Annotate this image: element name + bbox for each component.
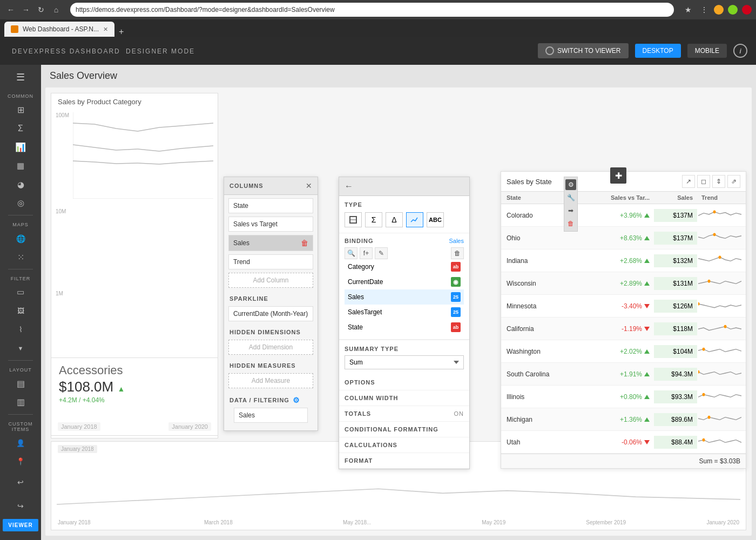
desktop-button[interactable]: DESKTOP <box>635 44 681 58</box>
table-filter-button[interactable]: ⇕ <box>712 175 725 188</box>
table-row[interactable]: Michigan +1.36% $89.6M <box>501 408 746 431</box>
sidebar-item-filter[interactable]: ▼ <box>10 340 31 357</box>
type-icon-text[interactable]: ABC <box>427 212 444 227</box>
back-button[interactable]: ← <box>4 3 17 16</box>
table-row[interactable]: Utah -0.06% $88.4M <box>501 431 746 454</box>
table-export-button[interactable]: ↗ <box>682 175 695 188</box>
tools-panel-icon[interactable]: 🔧 <box>565 192 576 203</box>
sidebar-menu-button[interactable]: ☰ <box>11 69 30 85</box>
redo-button[interactable]: ↪ <box>10 495 31 517</box>
add-dimension-button[interactable]: Add Dimension <box>228 340 313 355</box>
add-measure-button[interactable]: Add Measure <box>228 373 313 388</box>
format-item[interactable]: FORMAT <box>339 453 469 469</box>
type-icon-measure[interactable]: Σ <box>365 212 382 227</box>
sales-by-state-table[interactable]: Sales by State ↗ ◻ ⇕ ⇗ State Sales vs Ta… <box>501 171 746 469</box>
columns-panel-close-button[interactable]: ✕ <box>306 181 312 190</box>
conditional-formatting-item[interactable]: CONDITIONAL FORMATTING <box>339 422 469 437</box>
delete-sales-button[interactable]: 🗑 <box>301 239 308 247</box>
sidebar-item-image[interactable]: 🖼 <box>10 302 31 320</box>
column-item-sales-vs-target[interactable]: Sales vs Target <box>228 217 313 232</box>
table-row[interactable]: South Carolina +1.91% $94.3M <box>501 363 746 386</box>
column-item-sales[interactable]: Sales 🗑 <box>228 235 313 251</box>
binding-search-tool[interactable]: 🔍 <box>345 247 357 259</box>
binding-function-tool[interactable]: f+ <box>360 247 373 259</box>
bookmark-button[interactable]: ★ <box>681 3 694 16</box>
sidebar-item-pie[interactable]: ◕ <box>10 176 31 193</box>
binding-back-button[interactable]: ← <box>345 181 353 191</box>
sparkline-item[interactable]: CurrentDate (Month-Year) <box>228 306 313 321</box>
field-item-currentdate[interactable]: CurrentDate ◉ <box>345 274 464 289</box>
delete-panel-icon[interactable]: 🗑 <box>565 218 576 229</box>
sidebar-item-bar[interactable]: ▦ <box>10 157 31 175</box>
sidebar-item-card[interactable]: ▭ <box>10 284 31 301</box>
table-row[interactable]: Ohio +8.63% $137M <box>501 227 746 249</box>
tab-close-icon[interactable]: ✕ <box>103 26 108 33</box>
sidebar-item-layout2[interactable]: ▥ <box>10 394 31 411</box>
close-button[interactable] <box>742 5 752 15</box>
undo-button[interactable]: ↩ <box>10 471 31 493</box>
refresh-button[interactable]: ↻ <box>35 3 48 16</box>
settings-panel-icon[interactable]: ⚙ <box>565 179 576 190</box>
table-row[interactable]: California -1.19% $118M <box>501 318 746 340</box>
field-item-sales[interactable]: Sales 25 <box>345 289 464 305</box>
table-row[interactable]: Wisconsin +2.89% $131M <box>501 272 746 295</box>
field-item-state[interactable]: State ab <box>345 320 464 335</box>
mobile-button[interactable]: MOBILE <box>687 44 727 58</box>
sidebar-item-chart[interactable]: 📊 <box>10 138 31 156</box>
binding-delete-tool[interactable]: 🗑 <box>451 247 464 259</box>
bar-chart-icon: ▦ <box>17 161 24 171</box>
table-row[interactable]: Washington +2.02% $104M <box>501 340 746 363</box>
sidebar-item-donut[interactable]: ◎ <box>10 194 31 212</box>
sidebar-item-geo[interactable]: 🌐 <box>10 230 31 247</box>
data-filtering-section[interactable]: DATA / FILTERING ⚙ <box>230 396 312 404</box>
sidebar-item-grid[interactable]: ⊞ <box>10 101 31 119</box>
forward-button[interactable]: → <box>19 3 32 16</box>
layout2-icon: ▥ <box>17 397 25 407</box>
column-width-item[interactable]: COLUMN WIDTH <box>339 390 469 406</box>
field-item-salestarget[interactable]: SalesTarget 25 <box>345 305 464 320</box>
totals-item[interactable]: TOTALS ON <box>339 406 469 422</box>
hidden-dimensions-label: HIDDEN DIMENSIONS <box>224 325 318 336</box>
cell-trend <box>697 318 746 340</box>
sidebar-item-pivot[interactable]: Σ <box>10 120 31 138</box>
sidebar-item-range[interactable]: ⌇ <box>10 321 31 339</box>
browser-tab[interactable]: Web Dashboard - ASP.N... ✕ <box>4 22 114 37</box>
trend-sparkline-svg <box>698 434 741 449</box>
table-row[interactable]: Colorado +3.96% $137M <box>501 204 746 227</box>
settings-button[interactable]: ⋮ <box>698 3 711 16</box>
binding-sales-item[interactable]: Sales <box>234 408 308 423</box>
calculations-item[interactable]: CALCULATIONS <box>339 437 469 453</box>
type-icon-sparkline[interactable] <box>406 212 423 227</box>
dashboard-background: Sales by Product Category 100M 10M 1M 0.… <box>45 87 752 536</box>
column-item-trend[interactable]: Trend <box>228 254 313 269</box>
arrow-panel-icon[interactable]: ➡ <box>565 205 576 216</box>
sidebar-item-scatter[interactable]: ⁙ <box>10 248 31 266</box>
binding-edit-tool[interactable]: ✎ <box>375 247 388 259</box>
options-item[interactable]: OPTIONS <box>339 375 469 390</box>
add-column-button[interactable]: Add Column <box>228 273 313 288</box>
maximize-button[interactable] <box>728 5 738 15</box>
table-maximize-button[interactable]: ◻ <box>697 175 710 188</box>
sidebar-item-map-pin[interactable]: 📍 <box>10 453 31 471</box>
table-row[interactable]: Illinois +0.80% $93.3M <box>501 386 746 408</box>
switch-viewer-button[interactable]: SWITCH TO VIEWER <box>538 43 629 58</box>
sidebar-item-layout1[interactable]: ▤ <box>10 375 31 393</box>
viewer-button[interactable]: VIEWER <box>3 519 38 531</box>
table-row[interactable]: Minnesota -3.40% $126M <box>501 295 746 318</box>
type-icon-dimension[interactable] <box>345 212 362 227</box>
address-bar[interactable]: https://demos.devexpress.com/Dashboard/?… <box>70 3 674 17</box>
home-button[interactable]: ⌂ <box>50 3 63 16</box>
y-label-100m: 100M <box>56 112 69 118</box>
info-button[interactable]: i <box>733 44 747 58</box>
type-icon-delta[interactable]: Δ <box>386 212 403 227</box>
table-row[interactable]: Indiana +2.68% $132M <box>501 249 746 272</box>
sidebar-item-person[interactable]: 👤 <box>10 434 31 452</box>
column-item-state[interactable]: State <box>228 198 313 213</box>
minimize-button[interactable] <box>714 5 724 15</box>
field-item-category[interactable]: Category ab <box>345 259 464 274</box>
summary-type-select[interactable]: Sum <box>345 355 464 369</box>
move-handle-icon[interactable]: ✚ <box>610 167 626 184</box>
accessories-card[interactable]: Accessories $108.0M ▲ +4.2M / +4.04% Jan… <box>51 357 218 436</box>
table-fullscreen-button[interactable]: ⇗ <box>727 175 740 188</box>
new-tab-button[interactable]: + <box>114 27 128 37</box>
